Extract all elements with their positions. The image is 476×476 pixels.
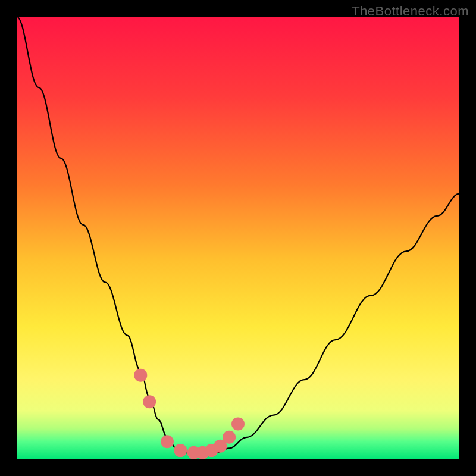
marker-dot (134, 369, 147, 382)
bottleneck-curve (17, 17, 459, 454)
marker-dot (143, 395, 156, 408)
watermark-text: TheBottleneck.com (352, 4, 469, 19)
marker-dot (223, 431, 236, 444)
optimal-markers (134, 369, 245, 459)
marker-dot (161, 435, 174, 448)
chart-frame (17, 17, 459, 459)
marker-dot (231, 417, 245, 430)
chart-overlay (17, 17, 459, 459)
marker-dot (174, 444, 187, 457)
